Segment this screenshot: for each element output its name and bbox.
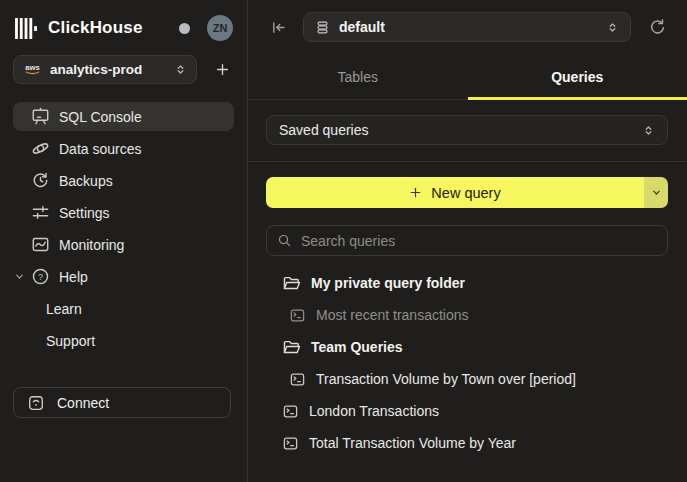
search-input[interactable]: [301, 233, 657, 249]
service-name: analytics-prod: [50, 62, 166, 77]
query-tree: My private query folder Most recent tran…: [266, 267, 668, 459]
add-service-button[interactable]: [210, 58, 234, 82]
sidebar-subitem-label: Support: [46, 333, 95, 349]
sidebar-item-label: Settings: [59, 205, 110, 221]
connect-label: Connect: [57, 395, 109, 411]
svg-text:?: ?: [38, 272, 43, 282]
tree-item-label: Most recent transactions: [316, 307, 469, 323]
sidebar-header: ClickHouse ZN: [0, 0, 247, 51]
saved-queries-section: Saved queries: [248, 100, 687, 162]
service-row: aws analytics-prod: [0, 55, 247, 84]
search-icon: [277, 233, 292, 248]
sidebar-item-label: SQL Console: [59, 109, 142, 125]
query-terminal-icon: [289, 307, 306, 324]
sidebar-item-label: Help: [59, 269, 88, 285]
collapse-panel-icon[interactable]: [270, 19, 287, 36]
database-selector[interactable]: default: [303, 12, 631, 42]
new-query-split-button: New query: [266, 177, 668, 208]
sidebar-nav: SQL Console Data sources: [0, 102, 247, 358]
queries-content: New query: [248, 162, 687, 459]
search-box: [266, 225, 668, 256]
app-window: ClickHouse ZN aws analytics-prod: [0, 0, 687, 482]
sidebar-item-label: Monitoring: [59, 237, 124, 253]
tree-query-total-transaction-volume-by-year[interactable]: Total Transaction Volume by Year: [266, 427, 668, 459]
sidebar-item-sql-console[interactable]: SQL Console: [13, 102, 234, 131]
status-dot: [179, 23, 190, 34]
tree-item-label: My private query folder: [311, 275, 465, 291]
tree-item-label: Team Queries: [311, 339, 403, 355]
connect-icon: [27, 394, 45, 412]
avatar[interactable]: ZN: [207, 15, 233, 41]
backups-icon: [31, 171, 50, 190]
sql-console-icon: [31, 107, 50, 126]
tab-bar: Tables Queries: [248, 54, 687, 100]
sidebar-item-settings[interactable]: Settings: [13, 198, 234, 227]
sidebar-item-support[interactable]: Support: [13, 326, 234, 355]
tree-item-label: Transaction Volume by Town over [period]: [316, 371, 576, 387]
service-selector[interactable]: aws analytics-prod: [13, 55, 197, 84]
sidebar-item-label: Backups: [59, 173, 113, 189]
sidebar-item-data-sources[interactable]: Data sources: [13, 134, 234, 163]
database-name: default: [339, 19, 597, 35]
new-query-button[interactable]: New query: [266, 177, 644, 208]
chevron-updown-icon: [174, 63, 187, 76]
brand-title: ClickHouse: [48, 18, 143, 38]
saved-queries-selector[interactable]: Saved queries: [266, 115, 668, 145]
new-query-label: New query: [431, 185, 500, 201]
tree-query-most-recent-transactions[interactable]: Most recent transactions: [266, 299, 668, 331]
chevron-down-icon[interactable]: [14, 271, 25, 282]
chevron-down-icon: [651, 187, 662, 198]
tab-label: Tables: [338, 69, 378, 85]
new-query-dropdown-button[interactable]: [644, 177, 668, 208]
panel-header: default: [248, 0, 687, 54]
query-terminal-icon: [289, 371, 306, 388]
chevron-updown-icon: [606, 21, 619, 34]
folder-open-icon: [282, 338, 301, 357]
chevron-updown-icon: [642, 124, 655, 137]
query-terminal-icon: [282, 403, 299, 420]
tab-label: Queries: [551, 69, 603, 85]
tab-queries[interactable]: Queries: [468, 54, 687, 99]
sidebar-item-help[interactable]: ? Help: [13, 262, 234, 291]
database-icon: [315, 20, 330, 35]
tree-query-london-transactions[interactable]: London Transactions: [266, 395, 668, 427]
refresh-icon[interactable]: [648, 18, 667, 37]
help-icon: ?: [31, 267, 50, 286]
aws-icon: aws: [23, 63, 42, 76]
sidebar-item-label: Data sources: [59, 141, 141, 157]
sidebar-item-backups[interactable]: Backups: [13, 166, 234, 195]
svg-text:aws: aws: [25, 63, 39, 72]
tree-folder-private[interactable]: My private query folder: [266, 267, 668, 299]
saved-queries-label: Saved queries: [279, 122, 642, 138]
tab-tables[interactable]: Tables: [248, 54, 468, 99]
connect-button[interactable]: Connect: [13, 387, 231, 418]
sidebar-subitem-label: Learn: [46, 301, 82, 317]
settings-sliders-icon: [31, 203, 50, 222]
sidebar-item-monitoring[interactable]: Monitoring: [13, 230, 234, 259]
tree-item-label: London Transactions: [309, 403, 439, 419]
right-panel: default Tables Queries: [248, 0, 687, 482]
sidebar-item-learn[interactable]: Learn: [13, 294, 234, 323]
plus-icon: [409, 186, 422, 199]
clickhouse-logo-icon: [14, 18, 39, 39]
tree-item-label: Total Transaction Volume by Year: [309, 435, 516, 451]
folder-open-icon: [282, 274, 301, 293]
tree-folder-team-queries[interactable]: Team Queries: [266, 331, 668, 363]
tree-query-transaction-volume-by-town[interactable]: Transaction Volume by Town over [period]: [266, 363, 668, 395]
monitoring-icon: [31, 235, 50, 254]
connect-area: Connect: [0, 387, 247, 482]
data-sources-icon: [31, 139, 50, 158]
sidebar: ClickHouse ZN aws analytics-prod: [0, 0, 248, 482]
query-terminal-icon: [282, 435, 299, 452]
